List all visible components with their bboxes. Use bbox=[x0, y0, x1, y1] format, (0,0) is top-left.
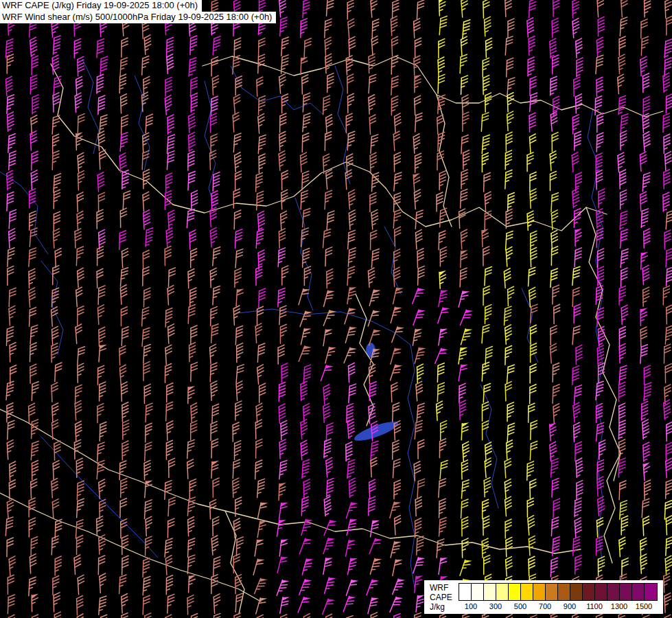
map-title-wind-shear: WRF Wind shear (m/s) 500/1000hPa Friday … bbox=[0, 12, 276, 23]
legend-color-cell bbox=[496, 584, 509, 600]
legend-tick-label: 900 bbox=[564, 602, 576, 610]
legend-color-cell bbox=[521, 584, 533, 600]
legend-color-cell bbox=[583, 584, 595, 600]
legend-color-cell bbox=[595, 584, 607, 600]
legend-color-cell bbox=[509, 584, 521, 600]
legend-color-cell bbox=[620, 584, 632, 600]
legend-tick-label: 500 bbox=[514, 602, 526, 610]
cape-legend: WRF CAPE J/kg 10030050070090011001300150… bbox=[424, 580, 663, 614]
legend-color-cell bbox=[472, 584, 484, 600]
legend-color-cell bbox=[570, 584, 583, 600]
wind-barb-field bbox=[0, 0, 672, 618]
legend-tick-label: 1500 bbox=[636, 602, 652, 610]
legend-color-cell bbox=[645, 584, 657, 600]
legend-tick-label: 100 bbox=[465, 602, 477, 610]
legend-model-label: WRF bbox=[430, 583, 453, 593]
legend-unit-label: J/kg bbox=[430, 602, 453, 612]
legend-field-label: CAPE bbox=[430, 593, 453, 602]
legend-tick-label: 1100 bbox=[586, 602, 603, 610]
legend-tick-label: 300 bbox=[489, 602, 502, 610]
weather-map: WRF CAPE (J/kg) Friday 19-09-2025 18:00 … bbox=[0, 0, 672, 618]
legend-color-cell bbox=[546, 584, 558, 600]
legend-color-cell bbox=[459, 584, 472, 600]
legend-tick-row: 100300500700900110013001500 bbox=[459, 601, 658, 610]
legend-colorbar-area: 100300500700900110013001500 bbox=[459, 583, 658, 612]
legend-labels: WRF CAPE J/kg bbox=[430, 583, 453, 612]
legend-tick-label: 1300 bbox=[611, 602, 627, 610]
legend-color-cell bbox=[558, 584, 570, 600]
legend-color-cell bbox=[533, 584, 546, 600]
legend-color-cell bbox=[484, 584, 496, 600]
map-title-cape: WRF CAPE (J/kg) Friday 19-09-2025 18:00 … bbox=[0, 0, 202, 12]
legend-color-cell bbox=[632, 584, 645, 600]
legend-colorbar bbox=[459, 583, 658, 601]
legend-color-cell bbox=[607, 584, 620, 600]
legend-tick-label: 700 bbox=[539, 602, 551, 610]
